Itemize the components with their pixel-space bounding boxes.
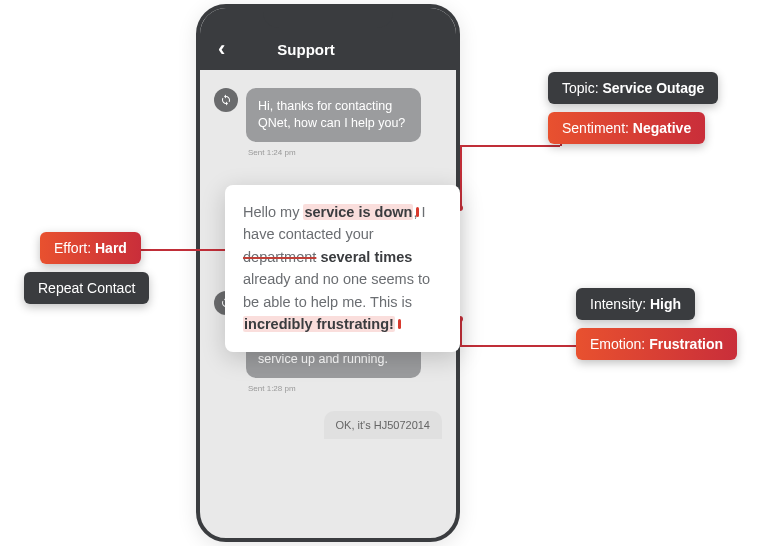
tag-intensity: Intensity: High	[576, 288, 695, 320]
msg-text: Hello my	[243, 204, 303, 220]
user-bubble-partial: OK, it's HJ5072014	[324, 411, 442, 439]
agent-bubble: Hi, thanks for contacting QNet, how can …	[246, 88, 421, 142]
tag-emotion: Emotion: Frustration	[576, 328, 737, 360]
timestamp: Sent 1:24 pm	[248, 148, 442, 157]
highlight-frustrating: incredibly frustrating!	[243, 316, 395, 332]
tag-sentiment: Sentiment: Negative	[548, 112, 705, 144]
back-icon[interactable]: ‹	[218, 36, 225, 62]
tag-value: High	[650, 296, 681, 312]
tag-value: Service Outage	[602, 80, 704, 96]
tag-repeat-contact: Repeat Contact	[24, 272, 149, 304]
header-title: Support	[277, 41, 335, 58]
connector-line	[460, 320, 462, 346]
connector-line	[460, 345, 578, 347]
agent-message-row: Hi, thanks for contacting QNet, how can …	[214, 88, 442, 142]
tag-label: Sentiment:	[562, 120, 633, 136]
highlight-several-times: several times	[320, 249, 412, 265]
tag-value: Frustration	[649, 336, 723, 352]
tag-value: Negative	[633, 120, 691, 136]
tag-label: Emotion:	[590, 336, 649, 352]
tag-value: Hard	[95, 240, 127, 256]
msg-text: already and no one seems to be able to h…	[243, 271, 430, 309]
timestamp: Sent 1:28 pm	[248, 384, 442, 393]
tag-label: Intensity:	[590, 296, 650, 312]
tag-topic: Topic: Service Outage	[548, 72, 718, 104]
tag-effort: Effort: Hard	[40, 232, 141, 264]
agent-avatar	[214, 88, 238, 112]
phone-notch	[263, 4, 393, 28]
tag-label: Effort:	[54, 240, 95, 256]
tag-label: Topic:	[562, 80, 602, 96]
highlight-service-down: service is down	[303, 204, 413, 220]
user-message-row: OK, it's HJ5072014	[214, 411, 442, 439]
highlighted-message-card: Hello my service is down, I have contact…	[225, 185, 460, 352]
connector-line	[460, 145, 462, 207]
tag-value: Repeat Contact	[38, 280, 135, 296]
strikethrough-text: department	[243, 249, 316, 265]
connector-line	[460, 145, 560, 147]
refresh-icon	[220, 94, 232, 106]
